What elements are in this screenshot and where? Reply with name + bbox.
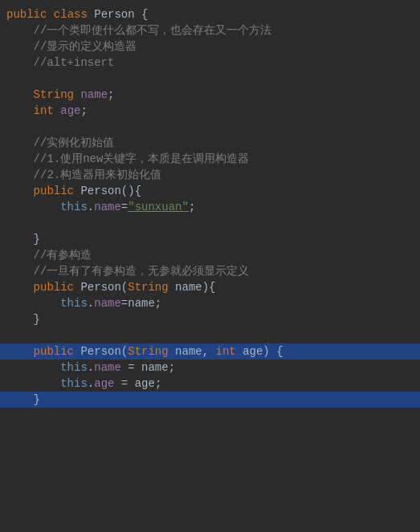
- code-line-1: public class Person {: [0, 6, 420, 22]
- code-line-21: [0, 327, 420, 343]
- code-line-22: public Person(String name, int age) {: [0, 343, 420, 359]
- code-line-5: [0, 71, 420, 87]
- code-line-10: //1.使用new关键字，本质是在调用构造器: [0, 151, 420, 167]
- code-line-2: //一个类即使什么都不写，也会存在又一个方法: [0, 22, 420, 39]
- code-line-24: this.age = age;: [0, 376, 420, 392]
- code-line-15: }: [0, 231, 420, 247]
- code-line-11: //2.构造器用来初始化值: [0, 167, 420, 183]
- code-line-18: public Person(String name){: [0, 279, 420, 295]
- code-line-17: //一旦有了有参构造，无参就必须显示定义: [0, 263, 420, 279]
- code-line-20: }: [0, 311, 420, 327]
- code-line-12: public Person(){: [0, 183, 420, 199]
- code-line-7: int age;: [0, 103, 420, 119]
- code-line-13: this.name="sunxuan";: [0, 199, 420, 215]
- code-line-8: [0, 119, 420, 135]
- code-line-6: String name;: [0, 87, 420, 103]
- code-line-23: this.name = name;: [0, 359, 420, 376]
- code-line-26: [0, 408, 420, 424]
- code-line-4: //alt+insert: [0, 55, 420, 71]
- code-line-19: this.name=name;: [0, 295, 420, 311]
- code-editor[interactable]: public class Person { //一个类即使什么都不写，也会存在又…: [0, 0, 420, 532]
- code-line-16: //有参构造: [0, 247, 420, 263]
- code-line-14: [0, 215, 420, 231]
- code-line-3: //显示的定义构造器: [0, 39, 420, 55]
- code-line-9: //实例化初始值: [0, 135, 420, 151]
- code-line-25: }: [0, 392, 420, 408]
